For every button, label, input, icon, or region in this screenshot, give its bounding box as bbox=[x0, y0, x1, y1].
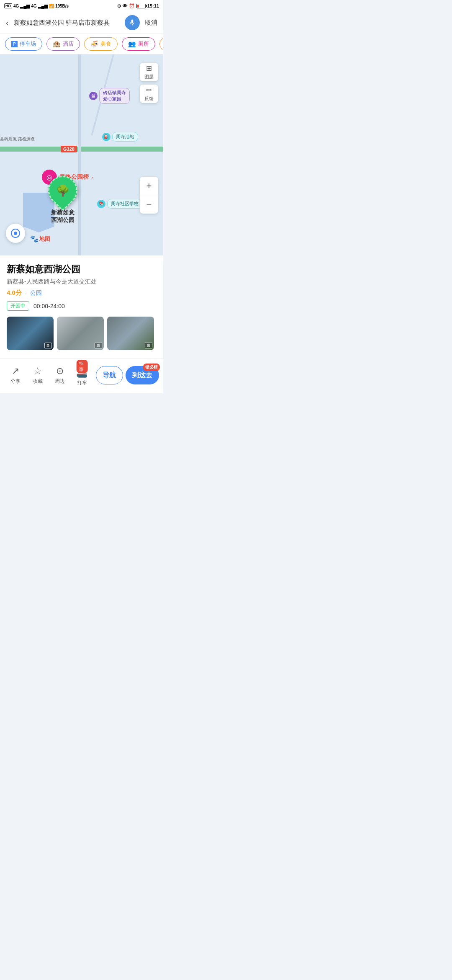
signal-4g: 4G bbox=[13, 4, 19, 8]
collect-button[interactable]: ☆ 收藏 bbox=[26, 364, 49, 387]
photo-3[interactable]: ⊞ bbox=[107, 317, 154, 350]
rating-separator: · bbox=[25, 289, 27, 297]
info-panel: 新蔡如意西湖公园 新蔡县-人民西路与今是大道交汇处 4.0分 · 公园 开园中 … bbox=[0, 255, 163, 358]
cancel-button[interactable]: 取消 bbox=[145, 19, 157, 27]
park-map-pin[interactable]: 🌳 新蔡如意西湖公园 bbox=[48, 176, 77, 224]
photo-icon-1: ⊞ bbox=[44, 343, 52, 348]
hotel-label: 酒店 bbox=[63, 40, 74, 48]
goto-label: 到这去 bbox=[132, 371, 152, 380]
temple-bubble: 砖店镇周寺 爱心家园 bbox=[99, 88, 130, 104]
zoom-in-button[interactable]: + bbox=[140, 177, 158, 195]
mic-icon bbox=[128, 19, 136, 26]
filter-parking[interactable]: 🅿 停车场 bbox=[5, 37, 42, 51]
rating-score: 4.0分 bbox=[7, 289, 22, 297]
wifi-icon: 📶 bbox=[49, 4, 54, 8]
share-icon: ↗ bbox=[12, 366, 19, 377]
photos-row: ⊞ ⊞ ⊞ bbox=[7, 317, 157, 354]
hours-row: 开园中 00:00-24:00 bbox=[7, 301, 157, 311]
poi-temple[interactable]: 🏛 砖店镇周寺 爱心家园 bbox=[89, 88, 130, 104]
compass-icon: ⊙ bbox=[56, 366, 64, 377]
star-icon: ☆ bbox=[33, 366, 42, 377]
photo-1[interactable]: ⊞ bbox=[7, 317, 54, 350]
search-input[interactable]: 新蔡如意西湖公园 驻马店市新蔡县 bbox=[14, 19, 120, 27]
feedback-button[interactable]: ✏ 反馈 bbox=[140, 85, 158, 103]
hours-text: 00:00-24:00 bbox=[33, 303, 65, 309]
zoom-controls: + − bbox=[140, 177, 158, 214]
collect-label: 收藏 bbox=[33, 378, 43, 385]
target-icon: ⊙ bbox=[117, 3, 121, 9]
hd-icon: HD bbox=[4, 3, 12, 8]
feedback-icon: ✏ bbox=[146, 86, 152, 95]
place-name: 新蔡如意西湖公园 bbox=[7, 263, 157, 276]
parking-label: 停车场 bbox=[20, 40, 36, 48]
baidu-logo: 🐾 地图 bbox=[30, 235, 50, 243]
mic-button[interactable] bbox=[125, 15, 140, 30]
hotel-icon: 🏨 bbox=[53, 40, 61, 48]
status-bar: HD 4G ▂▄▆ 4G ▂▄▆ 📶 195B/s ⊙ 👁 ⏰ 15:11 bbox=[0, 0, 163, 12]
filter-food[interactable]: 🍜 美食 bbox=[84, 37, 118, 51]
food-label: 美食 bbox=[100, 40, 111, 48]
nearby-label: 周边 bbox=[55, 378, 65, 385]
clock-icon: ⏰ bbox=[129, 3, 135, 9]
filter-bank[interactable]: 💳 银行 bbox=[159, 37, 163, 51]
status-left: HD 4G ▂▄▆ 4G ▂▄▆ 📶 195B/s bbox=[4, 3, 69, 8]
signal-bars-2: ▂▄▆ bbox=[38, 4, 48, 8]
poi-oil-station[interactable]: ⛽ 周寺油站 bbox=[102, 132, 138, 142]
parking-icon: 🅿 bbox=[11, 41, 18, 48]
poi-school[interactable]: 📚 周寺社区学校 bbox=[97, 199, 142, 209]
status-right: ⊙ 👁 ⏰ 15:11 bbox=[117, 3, 159, 9]
station-dot: ⛽ bbox=[102, 133, 110, 141]
feedback-label: 反馈 bbox=[144, 95, 154, 102]
toilet-icon: 👥 bbox=[128, 40, 136, 48]
location-button[interactable] bbox=[6, 224, 25, 243]
baidu-text: 地图 bbox=[39, 235, 50, 243]
speed-indicator: 195B/s bbox=[55, 4, 69, 8]
battery-icon bbox=[136, 4, 146, 8]
road-badge-g328: G328 bbox=[61, 146, 77, 152]
filter-hotel[interactable]: 🏨 酒店 bbox=[46, 37, 80, 51]
open-badge: 开园中 bbox=[7, 301, 29, 311]
place-category[interactable]: 公园 bbox=[30, 289, 42, 297]
layers-button[interactable]: ⊞ 图层 bbox=[140, 63, 158, 81]
hot-park-arrow: › bbox=[91, 174, 93, 181]
place-address: 新蔡县-人民西路与今是大道交汇处 bbox=[7, 278, 157, 286]
back-button[interactable]: ‹ bbox=[6, 18, 9, 28]
school-bubble: 周寺社区学校 bbox=[107, 199, 142, 209]
nearby-button[interactable]: ⊙ 周边 bbox=[49, 364, 71, 387]
share-label: 分享 bbox=[10, 378, 21, 385]
signal-4g-2: 4G bbox=[31, 4, 36, 8]
rating-row: 4.0分 · 公园 bbox=[7, 289, 157, 297]
map-controls: ⊞ 图层 ✏ 反馈 bbox=[140, 63, 158, 103]
goto-button[interactable]: 错必赔 到这去 bbox=[126, 366, 159, 384]
layers-label: 图层 bbox=[144, 74, 154, 80]
photo-2[interactable]: ⊞ bbox=[57, 317, 104, 350]
goto-badge: 错必赔 bbox=[143, 364, 160, 371]
filter-toilet[interactable]: 👥 厕所 bbox=[122, 37, 155, 51]
time: 15:11 bbox=[147, 3, 159, 8]
eye-icon: 👁 bbox=[123, 3, 127, 8]
share-button[interactable]: ↗ 分享 bbox=[4, 364, 26, 387]
location-icon bbox=[11, 229, 20, 238]
vertical-road bbox=[78, 54, 81, 255]
photo-icon-2: ⊞ bbox=[95, 343, 102, 348]
school-dot: 📚 bbox=[97, 200, 105, 208]
horizontal-road bbox=[0, 147, 163, 152]
bottom-action-bar: ↗ 分享 ☆ 收藏 ⊙ 周边 特惠 🚢 打车 导航 错必赔 到这去 bbox=[0, 358, 163, 393]
special-badge: 特惠 bbox=[77, 360, 88, 373]
park-pin-icon: 🌳 bbox=[56, 185, 69, 196]
baidu-paw-icon: 🐾 bbox=[30, 235, 39, 243]
map-area[interactable]: G328 县砖店流 路检测点 ⛽ 周寺油站 🏛 砖店镇周寺 爱心家园 最热公园榜… bbox=[0, 54, 163, 255]
park-pin-circle: 🌳 bbox=[42, 170, 84, 211]
zoom-out-button[interactable]: − bbox=[140, 195, 158, 214]
toilet-label: 厕所 bbox=[138, 40, 149, 48]
search-bar: ‹ 新蔡如意西湖公园 驻马店市新蔡县 取消 bbox=[0, 12, 163, 34]
temple-dot: 🏛 bbox=[89, 92, 98, 100]
layers-icon: ⊞ bbox=[146, 64, 152, 73]
poi-flow-checkpoint: 县砖店流 路检测点 bbox=[0, 136, 35, 142]
taxi-label: 打车 bbox=[77, 379, 87, 387]
navigate-button[interactable]: 导航 bbox=[96, 366, 123, 384]
signal-bars: ▂▄▆ bbox=[20, 4, 30, 8]
taxi-wrapper: 特惠 🚢 打车 bbox=[71, 362, 93, 388]
filter-pills: 🅿 停车场 🏨 酒店 🍜 美食 👥 厕所 💳 银行 bbox=[0, 34, 163, 54]
battery-fill bbox=[137, 5, 139, 8]
